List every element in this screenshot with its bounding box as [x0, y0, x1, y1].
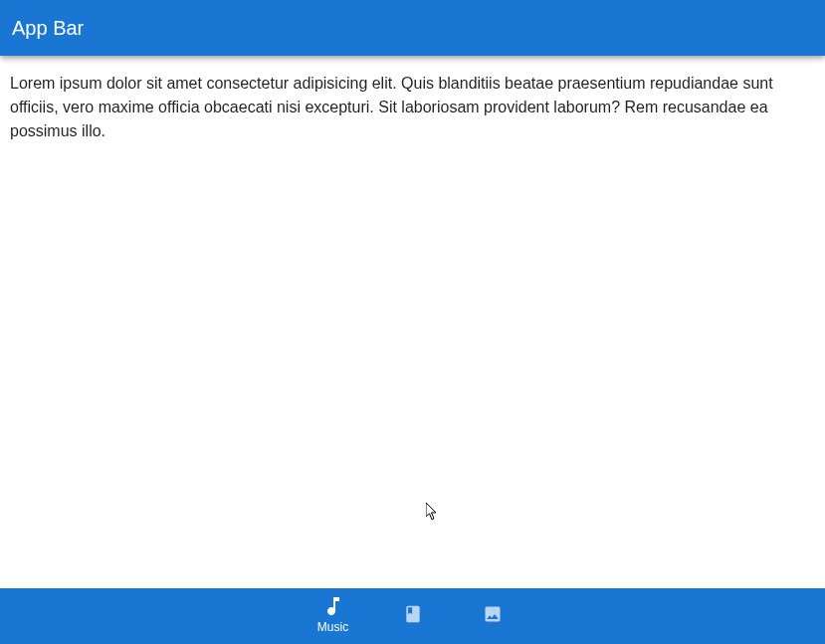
body-text: Lorem ipsum dolor sit amet consectetur a…: [10, 72, 815, 143]
nav-item-image[interactable]: Image: [453, 588, 532, 644]
nav-item-book[interactable]: Book: [373, 588, 453, 644]
app-bar-title: App Bar: [12, 17, 84, 40]
nav-item-label: Music: [317, 620, 348, 634]
app-bar: App Bar: [0, 0, 825, 56]
bottom-navigation: Music Book Image: [0, 588, 825, 644]
main-content: Lorem ipsum dolor sit amet consectetur a…: [0, 56, 825, 588]
image-icon: [481, 602, 505, 626]
nav-item-music[interactable]: Music: [294, 588, 373, 644]
music-note-icon: [321, 594, 345, 618]
book-icon: [401, 602, 425, 626]
